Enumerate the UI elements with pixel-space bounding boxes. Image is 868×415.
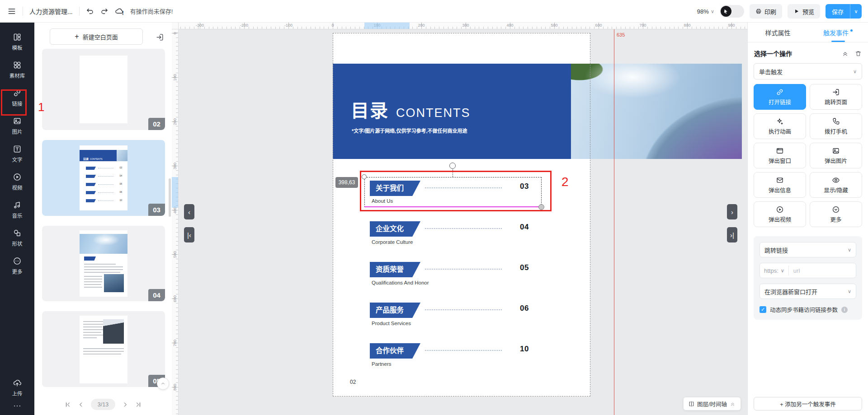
assets-icon [13, 61, 22, 70]
resize-handle-bottom-right[interactable] [538, 204, 544, 210]
chevron-down-icon: ∨ [781, 268, 784, 274]
action-show-hide[interactable]: 显示/隐藏 [810, 172, 862, 198]
toc-header-band[interactable]: 目录 CONTENTS *文字/图片源于网络,仅供学习参考,不做任何商业用途 [333, 64, 742, 159]
action-popup-image[interactable]: 弹出图片 [810, 143, 862, 168]
preview-button[interactable]: 预览 [788, 4, 820, 19]
toc-row[interactable]: 产品服务 06 Product Services [333, 303, 590, 343]
page-thumbnail-03-selected[interactable]: 目录CONTENTS 03 04 05 06 10 03 [42, 140, 165, 216]
hamburger-menu-icon[interactable] [7, 7, 16, 16]
sidebar-item-shape[interactable]: 形状 [0, 228, 34, 247]
next-page-arrow[interactable]: › [727, 204, 737, 219]
page-thumbnail-05[interactable]: 05 [42, 311, 165, 387]
last-page-icon[interactable] [135, 401, 142, 408]
layers-timeline-button[interactable]: 图层/时间轴 [683, 397, 741, 410]
add-trigger-button[interactable]: + 添加另一个触发事件 [754, 397, 862, 410]
section-title: 选择一个操作 [754, 49, 792, 58]
save-dropdown-icon[interactable]: ∨ [850, 4, 862, 19]
action-run-animation[interactable]: 执行动画 [754, 113, 806, 139]
prev-page-icon[interactable] [78, 401, 84, 408]
last-page-arrow[interactable]: ›| [727, 227, 737, 242]
window-icon [776, 147, 784, 155]
toc-flag[interactable]: 企业文化 [370, 221, 420, 237]
toc-flag[interactable]: 资质荣誉 [370, 262, 420, 277]
sidebar-more-dots-icon[interactable] [13, 401, 22, 410]
tab-trigger-events[interactable]: 触发事件 [808, 23, 868, 42]
action-jump-page[interactable]: 跳转页面 [810, 84, 862, 110]
panel-scrollbar[interactable] [169, 178, 171, 217]
toc-row[interactable]: 资质荣誉 05 Qualifications And Honor [333, 262, 590, 303]
building-photo[interactable] [571, 64, 742, 159]
ruler-label: 500 [172, 232, 178, 276]
guide-position-label: 635 [617, 32, 625, 37]
sidebar-item-text[interactable]: 文字 [0, 145, 34, 163]
action-more[interactable]: 更多 [810, 201, 862, 227]
protocol-select[interactable]: https: ∨ [760, 267, 788, 274]
save-button[interactable]: 保存 ∨ [826, 4, 862, 19]
resize-handle-top-left[interactable] [362, 174, 367, 179]
rotation-handle[interactable] [449, 163, 456, 169]
zoom-control[interactable]: 98% ∨ [697, 8, 714, 15]
sidebar-item-link[interactable]: 链接 [0, 89, 34, 107]
sidebar-item-upload[interactable]: 上传 [0, 378, 34, 397]
delete-trigger-icon[interactable] [855, 50, 862, 57]
print-button[interactable]: 印刷 [750, 4, 782, 19]
redo-icon[interactable] [100, 7, 108, 15]
new-blank-page-button[interactable]: + 新建空白页面 [50, 28, 143, 45]
chevron-up-icon [160, 381, 166, 387]
music-icon [13, 201, 22, 210]
action-open-link[interactable]: 打开链接 [754, 84, 806, 110]
collapse-section-icon[interactable] [842, 50, 849, 57]
undo-icon[interactable] [86, 7, 94, 15]
toc-flag[interactable]: 产品服务 [370, 303, 420, 318]
toc-leader-line [425, 309, 502, 310]
sidebar-item-more[interactable]: 更多 [0, 256, 34, 275]
first-page-arrow[interactable]: |‹ [184, 227, 194, 242]
action-popup-message[interactable]: 弹出信息 [754, 172, 806, 198]
trigger-mode-select[interactable]: 单击触发 ∨ [754, 63, 862, 79]
ruler-label: 200 [172, 99, 178, 144]
chevron-circle-icon [832, 205, 840, 214]
first-page-icon[interactable] [65, 401, 71, 408]
ruler-corner [172, 23, 179, 29]
prev-page-arrow[interactable]: ‹ [184, 204, 194, 219]
action-popup-video[interactable]: 弹出视频 [754, 201, 806, 227]
page-thumbnail-04[interactable]: 04 [42, 226, 165, 301]
url-input-row: https: ∨ [760, 263, 856, 278]
link-type-select[interactable]: 跳转链接 ∨ [760, 242, 856, 257]
selection-bounding-box[interactable] [364, 177, 542, 207]
toc-flag[interactable]: 合作伙伴 [370, 343, 420, 359]
toc-list: 企业文化 04 Corporate Culture 资质荣誉 05 Qualif… [333, 221, 590, 384]
toc-row[interactable]: 企业文化 04 Corporate Culture [333, 221, 590, 262]
sidebar-item-assets[interactable]: 素材库 [0, 61, 34, 79]
next-page-icon[interactable] [122, 401, 128, 408]
tab-style-properties[interactable]: 样式属性 [748, 23, 808, 42]
open-mode-select[interactable]: 在浏览器新窗口打开 ∨ [760, 284, 856, 299]
toc-row[interactable]: 合作伙伴 10 Partners [333, 343, 590, 384]
sync-checkbox-checked[interactable]: ✓ [760, 306, 766, 313]
timeline-icon [689, 401, 694, 407]
chevron-down-icon: ∨ [848, 289, 851, 294]
toc-caption: Qualifications And Honor [372, 280, 429, 285]
url-input[interactable] [789, 267, 856, 274]
sidebar: 模板 素材库 链接 图片 文字 视频 音乐 形状 [0, 23, 34, 415]
import-page-icon[interactable] [154, 31, 165, 43]
ruler-label: 0 [172, 29, 178, 55]
app-window: 人力资源管理... ! 有操作尚未保存! 98% ∨ 印刷 [0, 0, 868, 415]
horizontal-ruler: -300-200-1000100200300400500600700800900 [179, 23, 747, 29]
document-page[interactable]: 目录 CONTENTS *文字/图片源于网络,仅供学习参考,不做任何商业用途 关… [333, 33, 590, 396]
info-icon[interactable]: i [841, 307, 848, 313]
action-popup-window[interactable]: 弹出窗口 [754, 143, 806, 168]
toc-title[interactable]: 目录 CONTENTS [351, 96, 471, 122]
sidebar-item-music[interactable]: 音乐 [0, 201, 34, 219]
ruler-label: 400 [488, 23, 532, 28]
ruler-label: -300 [179, 23, 222, 28]
guide-line[interactable] [614, 29, 614, 415]
sidebar-item-image[interactable]: 图片 [0, 117, 34, 135]
interaction-mode-toggle[interactable] [720, 5, 744, 18]
action-call-phone[interactable]: 拨打手机 [810, 113, 862, 139]
collapse-panel-button[interactable] [157, 378, 169, 390]
sidebar-item-video[interactable]: 视频 [0, 173, 34, 191]
unsaved-status: 有操作尚未保存! [130, 7, 173, 15]
page-thumbnail-02[interactable]: 02 [42, 49, 165, 130]
sidebar-item-template[interactable]: 模板 [0, 33, 34, 51]
